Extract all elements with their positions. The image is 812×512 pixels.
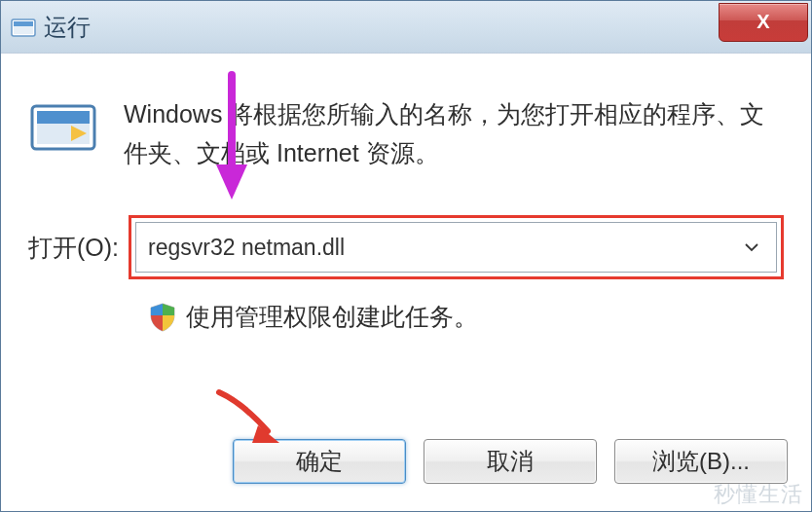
description-row: Windows 将根据您所输入的名称，为您打开相应的程序、文件夹、文档或 Int… bbox=[28, 94, 784, 172]
admin-note-text: 使用管理权限创建此任务。 bbox=[186, 301, 478, 333]
dialog-body: Windows 将根据您所输入的名称，为您打开相应的程序、文件夹、文档或 Int… bbox=[1, 54, 811, 511]
watermark-text: 秒懂生活 bbox=[714, 480, 803, 509]
ok-button[interactable]: 确定 bbox=[233, 439, 406, 484]
admin-note-row: 使用管理权限创建此任务。 bbox=[149, 301, 784, 333]
close-button[interactable]: X bbox=[719, 3, 808, 42]
window-title: 运行 bbox=[44, 12, 91, 43]
cancel-button[interactable]: 取消 bbox=[424, 439, 597, 484]
svg-rect-2 bbox=[14, 26, 33, 34]
svg-rect-4 bbox=[37, 111, 90, 124]
title-left: 运行 bbox=[11, 12, 91, 43]
shield-icon bbox=[149, 302, 176, 333]
run-app-icon bbox=[11, 17, 36, 38]
description-text: Windows 将根据您所输入的名称，为您打开相应的程序、文件夹、文档或 Int… bbox=[124, 94, 784, 172]
run-dialog: 运行 X Windows 将根据您所输入的名称，为您打开相应的程序、文件夹、文档… bbox=[0, 0, 812, 512]
open-input[interactable] bbox=[148, 235, 739, 261]
run-large-icon bbox=[28, 100, 98, 155]
titlebar: 运行 X bbox=[1, 1, 811, 54]
button-row: 确定 取消 浏览(B)... bbox=[233, 439, 788, 484]
open-combobox[interactable] bbox=[135, 222, 777, 273]
open-label: 打开(O): bbox=[28, 232, 119, 264]
open-row: 打开(O): bbox=[28, 215, 784, 279]
browse-button[interactable]: 浏览(B)... bbox=[614, 439, 788, 484]
close-icon: X bbox=[757, 11, 769, 33]
highlighted-frame bbox=[129, 215, 784, 279]
dropdown-arrow-icon[interactable] bbox=[739, 223, 764, 272]
svg-rect-1 bbox=[14, 21, 33, 26]
